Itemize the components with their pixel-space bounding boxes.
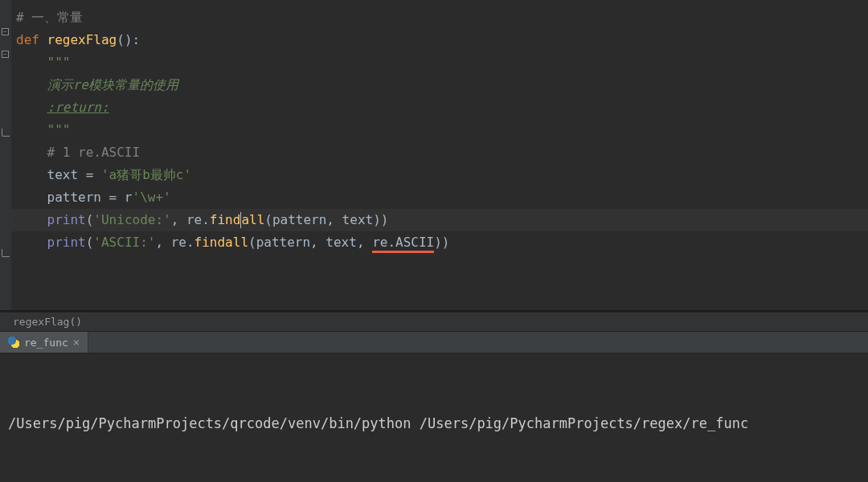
breadcrumb[interactable]: regexFlag() [0, 312, 868, 331]
code-line: print('ASCII:', re.findall(pattern, text… [0, 231, 868, 254]
run-tab-label: re_func [24, 337, 68, 349]
console-line: /Users/pig/PycharmProjects/qrcode/venv/b… [8, 411, 860, 435]
fold-end-icon [2, 249, 10, 257]
code-line: text = 'a猪哥b最帅c' [0, 164, 868, 186]
code-line: """ [0, 119, 868, 141]
close-icon[interactable]: × [73, 337, 80, 348]
code-line: pattern = r'\w+' [0, 186, 868, 209]
fold-icon[interactable]: − [2, 51, 9, 58]
code-line [0, 276, 868, 299]
code-line: 演示re模块常量的使用 [0, 74, 868, 96]
code-line: # 一、常量 [0, 6, 868, 29]
run-tab[interactable]: re_func × [0, 332, 88, 353]
code-line [0, 254, 868, 276]
gutter: − − [0, 0, 11, 310]
code-line: # 1 re.ASCII [0, 141, 868, 164]
code-editor[interactable]: − − # 一、常量 def regexFlag(): """ 演示re模块常量… [0, 0, 868, 312]
fold-icon[interactable]: − [2, 28, 9, 35]
run-tab-bar: re_func × [0, 331, 868, 353]
fold-end-icon [2, 129, 10, 137]
python-icon [8, 337, 19, 348]
code-line: def regexFlag(): [0, 29, 868, 51]
code-line: """ [0, 51, 868, 74]
code-line-current: print('Unicode:', re.findall(pattern, te… [0, 209, 868, 231]
console-output[interactable]: /Users/pig/PycharmProjects/qrcode/venv/b… [0, 353, 868, 482]
text-cursor [240, 212, 241, 228]
code-line: :return: [0, 96, 868, 119]
highlighted-code: re.ASCII [372, 235, 434, 253]
